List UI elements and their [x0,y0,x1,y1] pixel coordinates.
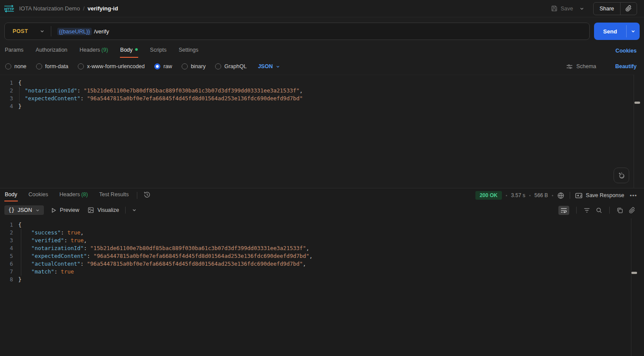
copy-button[interactable] [617,207,623,214]
response-tabs-divider [137,192,137,199]
radio-icon [5,63,11,69]
cookies-link[interactable]: Cookies [615,48,637,54]
response-tab-body[interactable]: Body [4,188,18,201]
line-number: 4 [0,102,13,110]
share-button[interactable]: Share [594,3,620,15]
tab-scripts[interactable]: Scripts [149,44,167,58]
body-type-urlencoded[interactable]: x-www-form-urlencoded [78,63,145,69]
body-type-form-data[interactable]: form-data [36,63,69,69]
request-url-bar: POST {{baseURL}} /verify [4,23,590,40]
filter-lines-icon [584,208,590,213]
top-bar: HTTP IOTA Notarization Demo / verifying-… [0,0,644,17]
raw-format-selector[interactable]: JSON [258,63,280,69]
radio-icon [182,63,188,69]
schema-button[interactable]: Schema [566,63,596,70]
body-type-none[interactable]: none [5,63,27,69]
url-path: /verify [94,28,109,35]
postbot-button[interactable] [614,168,629,183]
code-line: 3 "expectedContent": "96a5447815a0bf0e7e… [0,95,634,102]
filter-button[interactable] [584,208,590,213]
search-button[interactable] [596,207,602,214]
chevron-down-icon [276,64,280,69]
headers-count: (9) [101,47,108,53]
status-badge[interactable]: 200 OK [475,191,502,200]
postbot-sparkle-icon [617,171,626,180]
request-body-editor[interactable]: 1{2 "notarizationId": "15b21de61100e7b80… [0,75,634,188]
response-format-dropdown[interactable]: {} JSON [4,205,44,215]
code-line: 1{ [0,79,634,87]
code-line: 8} [0,276,631,283]
save-response-icon [575,193,582,198]
response-time[interactable]: 3.57 s [511,192,525,198]
request-editor-scroll-thumb[interactable] [634,102,640,104]
preview-button[interactable]: Preview [51,207,79,213]
response-more-options[interactable]: ••• [630,192,637,199]
radio-icon [78,63,84,69]
response-toolbar: {} JSON Preview Visualize [4,204,644,217]
beautify-link[interactable]: Beautify [615,63,637,69]
method-label: POST [13,28,28,34]
chevron-down-icon [35,208,40,213]
body-modified-dot [135,48,138,51]
link-button[interactable] [629,207,635,214]
url-divider [51,26,51,36]
chevron-down-icon[interactable] [132,208,137,213]
response-tab-test-results[interactable]: Test Results [99,188,129,201]
app-window: HTTP IOTA Notarization Demo / verifying-… [0,0,644,356]
save-options-caret[interactable] [577,3,587,14]
tab-settings[interactable]: Settings [178,44,199,58]
tab-body[interactable]: Body [120,44,139,58]
send-button[interactable]: Send [594,23,626,40]
response-history-button[interactable] [143,191,151,198]
http-request-icon: HTTP [3,4,15,13]
response-tab-headers[interactable]: Headers(8) [59,188,89,201]
breadcrumb-request-name[interactable]: verifying-id [88,5,118,12]
send-options-caret[interactable] [627,23,640,40]
paperclip-icon [629,207,635,214]
body-type-binary[interactable]: binary [182,63,206,69]
word-wrap-toggle[interactable] [558,206,569,215]
network-info-button[interactable] [557,192,564,199]
method-selector[interactable]: POST [5,23,51,40]
history-clock-icon [143,191,151,198]
meta-divider [570,192,570,199]
save-response-button[interactable]: Save Response [575,192,624,198]
response-body-editor[interactable]: 1{2 "success": true,3 "verified": true,4… [0,218,631,356]
meta-dot [529,195,531,196]
response-tab-cookies[interactable]: Cookies [28,188,49,201]
body-type-graphql[interactable]: GraphQL [215,63,246,69]
sliders-icon [566,63,573,70]
radio-icon [215,63,221,69]
save-label: Save [561,6,573,12]
tab-headers[interactable]: Headers(9) [79,44,109,58]
body-type-row: none form-data x-www-form-urlencoded raw… [5,60,644,73]
chevron-down-icon [40,29,45,34]
line-number: 5 [0,252,13,260]
indent-guide [19,86,20,102]
tab-params[interactable]: Params [4,44,24,58]
line-number: 2 [0,87,13,95]
breadcrumb-collection[interactable]: IOTA Notarization Demo [19,5,80,12]
response-editor-scroll-thumb[interactable] [631,272,637,274]
line-number: 1 [0,221,13,229]
response-size[interactable]: 566 B [534,192,548,198]
response-tools [558,204,635,217]
url-input[interactable]: {{baseURL}} /verify [57,28,109,35]
visualize-button[interactable]: Visualize [88,207,119,213]
code-line: 2 "notarizationId": "15b21de61100e7b80df… [0,87,634,95]
line-number: 3 [0,95,13,102]
word-wrap-icon [561,208,567,213]
code-line: 2 "success": true, [0,229,631,237]
radio-selected-icon [154,63,160,69]
body-type-raw[interactable]: raw [154,63,172,69]
play-icon [51,208,56,213]
save-button[interactable]: Save [548,3,577,14]
chevron-down-icon [631,29,636,34]
code-line: 4} [0,102,634,110]
code-line: 3 "verified": true, [0,237,631,244]
tab-authorization[interactable]: Authorization [35,44,68,58]
line-number: 8 [0,276,13,283]
copy-link-button[interactable] [621,3,637,15]
floppy-icon [551,5,558,12]
response-headers-count: (8) [81,191,88,198]
